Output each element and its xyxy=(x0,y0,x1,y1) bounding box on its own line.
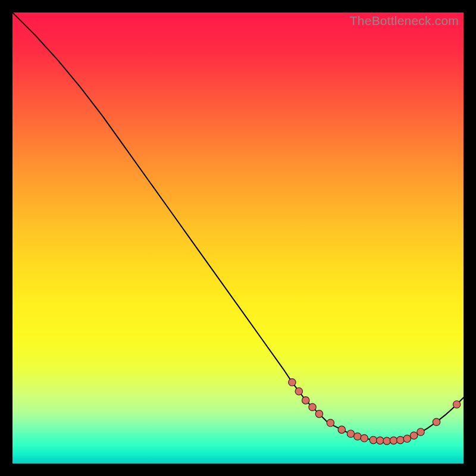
data-point xyxy=(390,437,397,444)
data-point xyxy=(433,418,440,425)
data-point xyxy=(369,436,377,443)
line-series xyxy=(12,12,464,441)
chart-frame: TheBottleneck.com xyxy=(0,0,476,476)
data-point xyxy=(354,433,361,440)
chart-svg xyxy=(12,12,464,464)
plot-area: TheBottleneck.com xyxy=(12,12,464,464)
data-point xyxy=(315,410,322,417)
data-point xyxy=(383,437,390,444)
data-point xyxy=(403,435,411,442)
data-point xyxy=(338,426,345,433)
data-point xyxy=(361,434,368,441)
data-point xyxy=(295,388,302,395)
data-point xyxy=(417,428,424,436)
data-point xyxy=(309,403,316,411)
data-point xyxy=(347,430,354,437)
data-point xyxy=(327,419,334,427)
data-point xyxy=(377,437,384,444)
data-point xyxy=(410,432,417,439)
data-point xyxy=(453,401,460,408)
data-markers xyxy=(289,378,461,444)
data-point xyxy=(289,378,296,386)
data-point xyxy=(302,397,309,404)
data-point xyxy=(397,436,404,443)
